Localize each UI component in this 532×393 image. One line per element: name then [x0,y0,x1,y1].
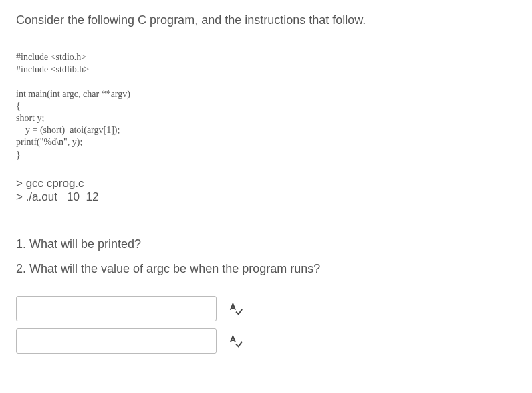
answer-row-1 [16,296,516,321]
answer-area [16,296,516,354]
c-source-code: #include <stdio.h> #include <stdlib.h> i… [16,51,516,161]
shell-commands: > gcc cprog.c > ./a.out 10 12 [16,177,516,204]
spellcheck-icon[interactable] [229,334,243,348]
question-2: 2. What will the value of argc be when t… [16,262,516,276]
answer-input-2[interactable] [16,328,217,354]
answer-row-2 [16,328,516,354]
spellcheck-icon[interactable] [229,301,243,316]
answer-input-1[interactable] [16,296,217,321]
intro-text: Consider the following C program, and th… [16,13,516,27]
question-1: 1. What will be printed? [16,237,516,251]
